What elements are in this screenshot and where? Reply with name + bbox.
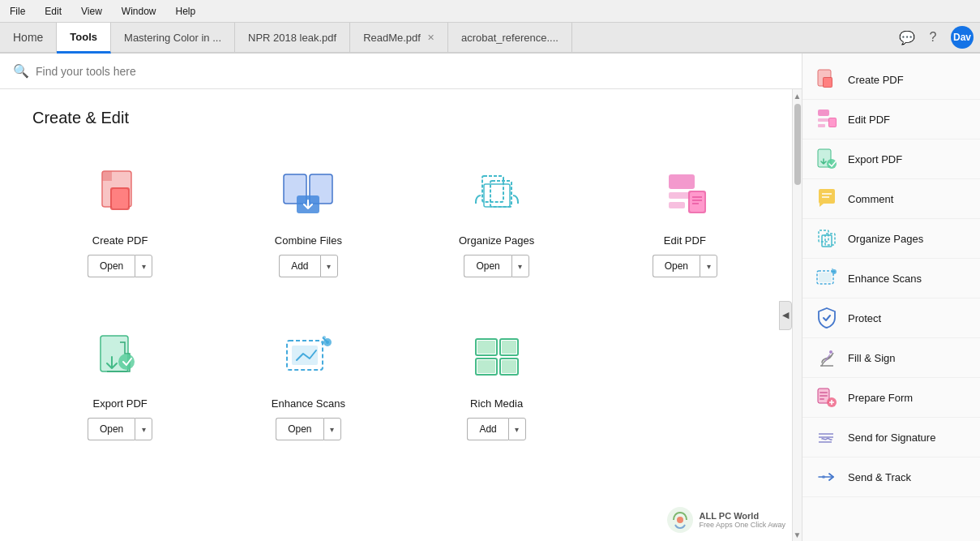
menu-help[interactable]: Help: [173, 4, 199, 19]
sidebar-item-send-track[interactable]: Send & Track: [802, 457, 980, 497]
enhance-scans-icon: [279, 329, 337, 388]
scroll-down-arrow[interactable]: ▼: [793, 528, 802, 541]
search-bar: 🔍: [0, 54, 802, 89]
sidebar-item-edit-pdf[interactable]: Edit PDF: [802, 100, 980, 140]
sidebar-item-send-for-signature[interactable]: Send for Signature: [802, 418, 980, 457]
tool-card-edit-pdf: Edit PDF Open ▾: [597, 150, 772, 287]
search-input[interactable]: [36, 65, 789, 78]
sidebar-export-pdf-icon: [815, 148, 838, 170]
sidebar-enhance-scans-label: Enhance Scans: [848, 273, 922, 285]
sidebar-send-signature-label: Send for Signature: [848, 432, 935, 444]
sidebar-item-export-pdf[interactable]: Export PDF: [802, 140, 980, 179]
tab-bar: Home Tools Mastering Color in ... NPR 20…: [0, 23, 980, 54]
organize-pages-arrow-btn[interactable]: ▾: [511, 255, 529, 277]
sidebar-item-enhance-scans[interactable]: Enhance Scans: [802, 259, 980, 298]
sidebar-fill-sign-label: Fill & Sign: [848, 352, 896, 364]
sidebar-item-prepare-form[interactable]: Prepare Form: [802, 378, 980, 418]
svg-point-55: [832, 268, 833, 270]
svg-rect-31: [477, 341, 495, 354]
create-pdf-icon: [91, 166, 149, 225]
edit-pdf-arrow-btn[interactable]: ▾: [700, 255, 717, 277]
sidebar-organize-pages-label: Organize Pages: [848, 233, 923, 245]
tab-tools[interactable]: Tools: [57, 23, 111, 54]
sidebar-enhance-scans-icon: [815, 267, 838, 290]
sidebar-item-protect[interactable]: Protect: [802, 298, 980, 338]
tab-readme-close[interactable]: ✕: [427, 33, 434, 42]
create-pdf-open-btn[interactable]: Open: [88, 255, 135, 277]
scroll-up-arrow[interactable]: ▲: [793, 89, 802, 102]
export-pdf-open-btn[interactable]: Open: [88, 418, 135, 440]
menu-file[interactable]: File: [6, 4, 28, 19]
tab-mastering[interactable]: Mastering Color in ...: [111, 23, 235, 52]
svg-rect-42: [829, 118, 836, 127]
combine-files-arrow-btn[interactable]: ▾: [320, 255, 338, 277]
combine-files-label: Combine Files: [275, 234, 342, 247]
sidebar-prepare-form-label: Prepare Form: [848, 392, 913, 404]
edit-pdf-open-btn[interactable]: Open: [653, 255, 700, 277]
svg-rect-59: [820, 395, 828, 397]
create-pdf-label: Create PDF: [92, 234, 148, 247]
sidebar-organize-pages-icon: [815, 227, 838, 250]
menu-window[interactable]: Window: [118, 4, 160, 19]
svg-rect-38: [818, 109, 829, 116]
enhance-scans-open-btn[interactable]: Open: [276, 418, 323, 440]
sidebar-create-pdf-icon: [815, 68, 838, 91]
sidebar-item-create-pdf[interactable]: Create PDF: [802, 60, 980, 100]
svg-rect-58: [820, 392, 828, 393]
svg-rect-10: [669, 174, 695, 189]
sidebar-export-pdf-label: Export PDF: [848, 153, 902, 165]
sidebar-fill-sign-icon: [815, 346, 838, 369]
tool-card-rich-media: Rich Media Add ▾: [409, 313, 584, 450]
tab-acrobat[interactable]: acrobat_reference....: [448, 23, 572, 52]
rich-media-label: Rich Media: [470, 397, 523, 410]
svg-rect-51: [819, 273, 832, 282]
tool-card-create-pdf: Create PDF Open ▾: [32, 150, 208, 287]
svg-rect-33: [502, 341, 516, 354]
help-button[interactable]: ?: [922, 26, 944, 49]
sidebar-create-pdf-label: Create PDF: [848, 74, 904, 86]
combine-files-btn-group: Add ▾: [279, 255, 337, 277]
menu-edit[interactable]: Edit: [41, 4, 65, 19]
sidebar-item-comment[interactable]: Comment: [802, 179, 980, 219]
menu-bar: File Edit View Window Help: [0, 0, 980, 23]
svg-rect-12: [669, 202, 685, 208]
sidebar-item-fill-sign[interactable]: Fill & Sign: [802, 338, 980, 378]
export-pdf-icon: [91, 329, 149, 388]
export-pdf-label: Export PDF: [93, 397, 148, 410]
enhance-scans-arrow-btn[interactable]: ▾: [323, 418, 341, 440]
svg-point-26: [323, 336, 326, 339]
export-pdf-btn-group: Open ▾: [88, 418, 152, 440]
section-title: Create & Edit: [32, 109, 772, 127]
sidebar-send-track-label: Send & Track: [848, 471, 911, 483]
sidebar-collapse-arrow[interactable]: ◀: [779, 301, 792, 330]
rich-media-add-btn[interactable]: Add: [467, 418, 507, 440]
organize-pages-open-btn[interactable]: Open: [464, 255, 511, 277]
scroll-thumb[interactable]: [794, 104, 801, 185]
chat-button[interactable]: 💬: [896, 26, 918, 49]
tools-grid-area: Create & Edit Create P: [0, 89, 792, 541]
combine-files-add-btn[interactable]: Add: [279, 255, 319, 277]
tool-card-export-pdf: Export PDF Open ▾: [32, 313, 208, 450]
svg-rect-7: [482, 176, 503, 202]
svg-rect-60: [820, 398, 824, 400]
tab-home[interactable]: Home: [0, 23, 57, 52]
svg-point-68: [677, 517, 683, 523]
watermark-text: ALL PC World Free Apps One Click Away: [700, 511, 785, 529]
rich-media-arrow-btn[interactable]: ▾: [508, 418, 526, 440]
sidebar-item-organize-pages[interactable]: Organize Pages: [802, 219, 980, 259]
user-avatar[interactable]: Dav: [951, 26, 974, 49]
svg-rect-49: [822, 235, 832, 247]
watermark: ALL PC World Free Apps One Click Away: [665, 505, 785, 535]
tab-readme[interactable]: ReadMe.pdf ✕: [350, 23, 448, 52]
svg-rect-39: [818, 118, 829, 122]
tool-card-combine-files: Combine Files Add ▾: [220, 150, 396, 287]
export-pdf-arrow-btn[interactable]: ▾: [135, 418, 152, 440]
edit-pdf-icon: [656, 166, 714, 225]
menu-view[interactable]: View: [78, 4, 105, 19]
tools-grid-row2: Export PDF Open ▾: [32, 313, 772, 450]
create-pdf-arrow-btn[interactable]: ▾: [135, 255, 152, 277]
main-layout: 🔍 Create & Edit: [0, 54, 980, 541]
sidebar-send-track-icon: [815, 466, 838, 488]
tab-npr[interactable]: NPR 2018 leak.pdf: [235, 23, 350, 52]
scrollbar[interactable]: ▲ ▼: [792, 89, 802, 541]
